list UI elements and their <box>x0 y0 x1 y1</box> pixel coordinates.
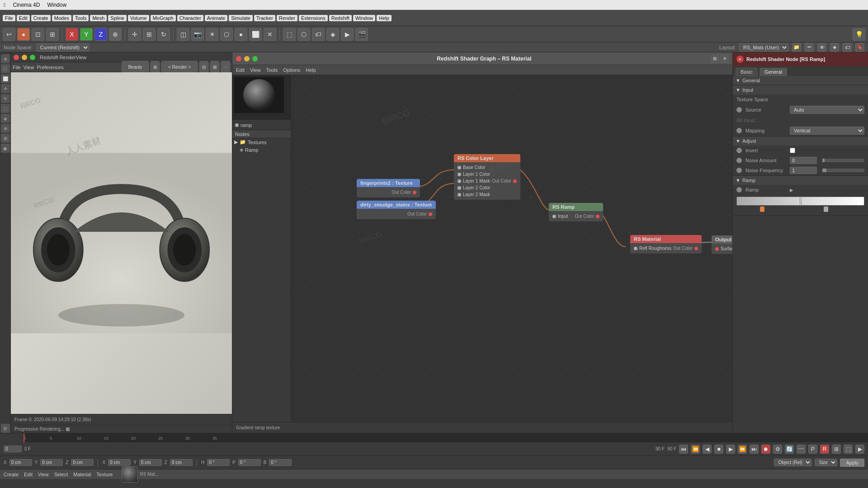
sidebar-icon-7[interactable]: ◈ <box>1 114 10 123</box>
menu-window[interactable]: Window <box>353 15 375 21</box>
scale-btn[interactable]: ⊞ <box>143 28 156 41</box>
noise-amount-slider[interactable] <box>822 159 825 162</box>
vp-file[interactable]: File <box>13 65 21 70</box>
record-btn[interactable]: ⏺ <box>761 445 770 454</box>
ramp-stop-1[interactable] <box>760 206 764 212</box>
poly-btn[interactable]: ⬡ <box>297 28 310 41</box>
y-input[interactable] <box>40 459 63 466</box>
sync-btn[interactable]: 🔄 <box>785 445 794 454</box>
y2-input[interactable] <box>139 459 162 466</box>
tree-item-ramp[interactable]: ◈ Ramp <box>232 146 291 154</box>
vp-render-mode-btn[interactable]: Beauty <box>122 61 149 74</box>
null-btn[interactable]: ✕ <box>264 28 276 41</box>
sg-close-btn[interactable] <box>236 56 241 61</box>
pose-btn[interactable]: P <box>808 445 817 454</box>
playhead[interactable] <box>24 433 24 442</box>
skip-start-btn[interactable]: ⏮ <box>679 445 688 454</box>
motion-btn[interactable]: 〰 <box>797 445 806 454</box>
menu-tracker[interactable]: Tracker <box>254 15 275 21</box>
vp-layout-btn[interactable]: ⊞ <box>210 61 219 74</box>
sg-minimize-btn[interactable] <box>244 56 250 61</box>
h-input[interactable] <box>207 459 230 466</box>
bottom-menu-create[interactable]: Create <box>4 472 19 477</box>
sidebar-icon-9[interactable]: ⊞ <box>1 134 10 143</box>
menu-help[interactable]: Help <box>377 15 392 21</box>
rp-ramp-header[interactable]: ▼ Ramp <box>733 176 868 185</box>
step-fwd-btn[interactable]: ⏩ <box>738 445 747 454</box>
node-color-layer[interactable]: RS Color Layer Base Color Layer 1 Color <box>454 154 520 200</box>
menu-file[interactable]: File <box>3 15 15 21</box>
sphere-btn[interactable]: ● <box>235 28 247 41</box>
sidebar-icon-bottom[interactable]: ⚙ <box>1 424 10 433</box>
sg-help-menu[interactable]: Help <box>306 67 316 73</box>
menu-spline[interactable]: Spline <box>108 15 127 21</box>
render-region-btn[interactable]: ⊡ <box>32 28 44 41</box>
vp-more-btn[interactable]: ⋯ <box>221 61 230 74</box>
node-space-select[interactable]: Current (Redshift) <box>36 43 90 52</box>
rs-btn[interactable]: R <box>820 445 829 454</box>
vp-prefs[interactable]: Preferences <box>37 65 63 70</box>
node-rs-material[interactable]: RS Material Refl Roughness Out Color <box>630 235 702 253</box>
move-btn[interactable]: ✛ <box>128 28 141 41</box>
sidebar-icon-2[interactable]: ⬡ <box>1 64 10 73</box>
tree-folder-textures[interactable]: ▶ 📁 Textures <box>232 138 291 146</box>
render-btn[interactable]: ● <box>17 28 30 41</box>
cam-btn[interactable]: 📷 <box>191 28 204 41</box>
z2-input[interactable] <box>170 459 193 466</box>
node-fingerprints-texture[interactable]: fingerprints2 : Texture Out Color <box>357 179 420 197</box>
node-rs-ramp[interactable]: RS Ramp Input Out Color <box>549 203 603 221</box>
menu-modes[interactable]: Modes <box>52 15 71 21</box>
sidebar-icon-3[interactable]: ⬜ <box>1 74 10 83</box>
extra-btn2[interactable]: ▶ <box>855 445 864 454</box>
frame-start-input[interactable] <box>4 446 22 452</box>
b-input[interactable] <box>269 459 292 466</box>
menu-simulate[interactable]: Simulate <box>229 15 253 21</box>
close-btn[interactable] <box>14 55 19 60</box>
node-output[interactable]: Output Surface <box>712 235 732 254</box>
sidebar-icon-8[interactable]: ⊕ <box>1 124 10 133</box>
bottom-menu-select[interactable]: Select <box>54 472 68 477</box>
x2-input[interactable] <box>108 459 131 466</box>
tab-general[interactable]: General <box>760 68 787 76</box>
layout-obj-btn[interactable]: ◈ <box>830 43 839 52</box>
shader-graph-canvas[interactable]: RRCG 人人素材 RRCG RS <box>291 75 732 422</box>
noise-freq-input[interactable] <box>790 167 817 174</box>
grid-btn[interactable]: ⊞ <box>832 445 841 454</box>
menu-redshift[interactable]: Redshift <box>329 15 352 21</box>
menu-edit[interactable]: Edit <box>17 15 30 21</box>
noise-freq-slider[interactable] <box>822 169 826 172</box>
menu-animate[interactable]: Animate <box>205 15 227 21</box>
rotate-btn[interactable]: ↻ <box>157 28 170 41</box>
mat-btn[interactable]: ◈ <box>326 28 339 41</box>
extra-btn1[interactable]: ⬚ <box>844 445 853 454</box>
rp-general-header[interactable]: ▼ General <box>733 76 868 85</box>
sidebar-icon-10[interactable]: ◉ <box>1 144 10 153</box>
node-smudge-texture[interactable]: dirty_smudge_stains : Texture Out Color <box>357 201 436 219</box>
record-2-btn[interactable]: ⚙ <box>773 445 782 454</box>
menu-mesh[interactable]: Mesh <box>90 15 107 21</box>
material-thumbnail[interactable] <box>122 466 138 483</box>
layout-tags-btn[interactable]: 🏷 <box>843 43 852 52</box>
menu-tools[interactable]: Tools <box>73 15 89 21</box>
vp-grid-btn[interactable]: ⊟ <box>199 61 208 74</box>
x-input[interactable] <box>9 459 32 466</box>
minimize-btn[interactable] <box>22 55 27 60</box>
undo-btn[interactable]: ↩ <box>3 28 15 41</box>
layout-file-btn[interactable]: 📁 <box>792 43 801 52</box>
invert-checkbox[interactable] <box>790 148 795 153</box>
play-btn[interactable]: ▶ <box>726 445 735 454</box>
layout-edit-btn[interactable]: ✏ <box>805 43 814 52</box>
sg-view-menu[interactable]: View <box>250 67 261 73</box>
sg-maximize-btn[interactable] <box>252 56 258 61</box>
sg-tools-menu[interactable]: Tools <box>266 67 278 73</box>
light-btn[interactable]: ☀ <box>206 28 218 41</box>
render-view-btn[interactable]: ⊞ <box>46 28 59 41</box>
step-back-btn[interactable]: ⏪ <box>691 445 700 454</box>
menu-render[interactable]: Render <box>277 15 297 21</box>
vp-render-btn[interactable]: < Render > <box>161 61 198 74</box>
ramp-gradient-bar[interactable] <box>736 197 864 206</box>
size-select[interactable]: Size <box>815 459 837 466</box>
layout-bm-btn[interactable]: 🔖 <box>855 43 864 52</box>
sidebar-icon-6[interactable]: ⬚ <box>1 104 10 113</box>
maximize-btn[interactable] <box>30 55 35 60</box>
